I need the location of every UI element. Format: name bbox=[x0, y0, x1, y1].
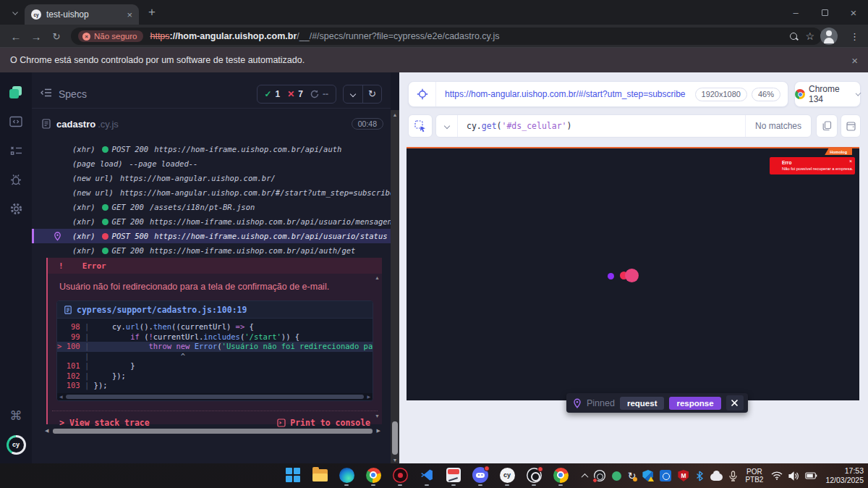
log-type: (xhr) bbox=[72, 246, 95, 255]
reporter-horizontal-scrollbar[interactable]: ◀▶ bbox=[45, 427, 380, 434]
vscode-taskbar-icon[interactable] bbox=[417, 466, 436, 484]
recording-dot-icon[interactable] bbox=[612, 471, 621, 481]
status-dot-icon bbox=[102, 204, 109, 211]
log-entry[interactable]: (page load)--page loaded-- bbox=[32, 156, 391, 171]
specs-title: Specs bbox=[59, 88, 87, 100]
explorer-taskbar-icon[interactable] bbox=[310, 466, 329, 484]
language-indicator[interactable]: PORPTB2 bbox=[745, 468, 763, 484]
code-horizontal-scrollbar[interactable]: ◀▶ bbox=[57, 393, 373, 400]
browser-select-dropdown[interactable]: Chrome 134 bbox=[794, 81, 861, 107]
profile-avatar[interactable] bbox=[820, 28, 838, 45]
window-maximize-button[interactable] bbox=[810, 0, 839, 25]
viewport-target-icon[interactable] bbox=[409, 82, 436, 106]
selector-method-dropdown[interactable] bbox=[436, 115, 458, 137]
code-editor-icon[interactable] bbox=[0, 107, 32, 136]
aut-viewport[interactable]: Homolog Erro Não foi possível recuperar … bbox=[407, 147, 859, 400]
obs-taskbar-icon[interactable] bbox=[524, 466, 543, 484]
cypress-logo-icon[interactable]: cy bbox=[0, 430, 32, 459]
browser-menu-icon[interactable]: ⋮ bbox=[850, 28, 859, 45]
unpin-button[interactable] bbox=[726, 395, 744, 411]
browser-tab[interactable]: cy test-uishop × bbox=[25, 4, 139, 25]
tab-close-icon[interactable]: × bbox=[127, 10, 132, 20]
specs-actions: ↻ bbox=[343, 85, 382, 104]
code-frame: cypress/support/cadastro.js:100:19 98 | … bbox=[56, 300, 373, 401]
chevron-down-icon bbox=[855, 90, 861, 96]
spec-file-row[interactable]: cadastro .cy.js 00:48 bbox=[42, 114, 383, 133]
copy-selector-button[interactable] bbox=[816, 114, 838, 138]
gamebar-taskbar-icon[interactable] bbox=[391, 466, 409, 484]
bluetooth-icon[interactable] bbox=[695, 471, 704, 481]
status-dot-icon bbox=[102, 219, 109, 225]
address-bar[interactable]: × Não seguro https://hom-angular.uishop.… bbox=[71, 28, 822, 45]
clock[interactable]: 17:5312/03/2025 bbox=[825, 466, 864, 485]
request-button[interactable]: request bbox=[620, 397, 665, 410]
cypress-taskbar-icon[interactable]: cy bbox=[498, 466, 516, 484]
log-text: /assets/i18n/pt-BR.json bbox=[150, 203, 255, 211]
collapse-all-button[interactable] bbox=[344, 85, 362, 103]
debug-icon[interactable] bbox=[0, 165, 32, 194]
start-taskbar-icon[interactable] bbox=[284, 466, 302, 484]
view-stack-trace-link[interactable]: > View stack trace bbox=[59, 418, 150, 428]
settings-icon[interactable] bbox=[0, 194, 32, 223]
selector-input[interactable]: cy.get('#ds_celular') bbox=[458, 121, 745, 131]
error-scroll-down-icon[interactable]: ▼ bbox=[375, 413, 380, 418]
log-entry[interactable]: (new url)https://hom-angular.uishop.com.… bbox=[32, 185, 391, 200]
new-tab-button[interactable]: + bbox=[148, 5, 156, 20]
selector-playground-button[interactable] bbox=[408, 114, 433, 138]
print-to-console-link[interactable]: Print to console bbox=[277, 418, 370, 428]
infobar-close-icon[interactable]: × bbox=[851, 54, 858, 67]
microphone-icon[interactable] bbox=[729, 471, 737, 481]
log-entry[interactable]: (xhr)GET 200https://hom-iframe.uishop.co… bbox=[32, 214, 391, 229]
log-entry[interactable]: (new url)https://hom-angular.uishop.com.… bbox=[32, 171, 391, 185]
log-type: (xhr) bbox=[72, 145, 95, 153]
rerun-tests-button[interactable]: ↻ bbox=[362, 85, 381, 103]
zoom-icon[interactable] bbox=[789, 32, 799, 41]
mcafee-icon[interactable]: M bbox=[678, 470, 689, 481]
viewport-size-badge[interactable]: 1920x1080 bbox=[695, 88, 747, 101]
obs-tray-icon[interactable] bbox=[594, 470, 605, 481]
onedrive-icon[interactable] bbox=[710, 471, 723, 481]
log-entry[interactable]: (xhr)GET 200/assets/i18n/pt-BR.json bbox=[32, 200, 391, 214]
specs-header: Specs ✓ 1 ✕ 7 -- ↻ bbox=[32, 80, 391, 109]
window-minimize-button[interactable]: – bbox=[781, 0, 810, 25]
update-icon[interactable]: ↻ bbox=[628, 471, 637, 481]
runs-icon[interactable] bbox=[0, 136, 32, 165]
keyboard-shortcuts-icon[interactable]: ⌘ bbox=[0, 401, 32, 430]
edge-taskbar-icon[interactable] bbox=[337, 466, 356, 484]
back-button[interactable]: ← bbox=[6, 25, 26, 48]
forward-button[interactable]: → bbox=[26, 25, 46, 48]
aut-url-bar[interactable]: https://hom-angular.uishop.com.br/#/star… bbox=[408, 81, 788, 107]
video-editor-taskbar-icon[interactable] bbox=[444, 466, 463, 484]
chrome-taskbar-icon[interactable] bbox=[364, 466, 383, 484]
log-entry[interactable]: (xhr)GET 200https://hom-iframe.uishop.co… bbox=[32, 243, 391, 258]
reload-button[interactable]: ↻ bbox=[46, 25, 67, 48]
scale-badge[interactable]: 46% bbox=[752, 88, 780, 101]
date: 12/03/2025 bbox=[825, 476, 864, 484]
reporter-vertical-scrollbar[interactable]: ▲ ▼ bbox=[391, 110, 399, 463]
log-entry[interactable]: (xhr)POST 500https://hom-iframe.uishop.c… bbox=[32, 229, 391, 243]
tray-caret-icon[interactable] bbox=[582, 474, 587, 479]
error-header[interactable]: ! Error bbox=[48, 258, 382, 274]
print-selector-button[interactable] bbox=[841, 114, 861, 138]
specs-icon[interactable] bbox=[0, 78, 32, 107]
window-close-button[interactable]: × bbox=[839, 0, 868, 25]
tab-search-icon[interactable] bbox=[7, 7, 23, 18]
security-shield-icon[interactable] bbox=[642, 470, 653, 481]
chrome-2-taskbar-icon[interactable] bbox=[551, 466, 570, 484]
response-button[interactable]: response bbox=[669, 397, 720, 410]
discord-taskbar-icon[interactable] bbox=[471, 466, 490, 484]
bookmark-star-icon[interactable]: ☆ bbox=[805, 30, 814, 42]
wifi-icon[interactable] bbox=[771, 471, 783, 480]
error-file-link[interactable]: cypress/support/cadastro.js:100:19 bbox=[57, 301, 373, 319]
error-scroll-up-icon[interactable]: ▲ bbox=[375, 275, 380, 280]
log-badge: POST 200 bbox=[112, 145, 149, 153]
log-entry[interactable]: (xhr)POST 200https://hom-iframe.uishop.c… bbox=[32, 142, 391, 156]
status-dot-icon bbox=[102, 146, 109, 153]
battery-icon[interactable] bbox=[805, 472, 817, 479]
intel-graphics-icon[interactable] bbox=[660, 470, 671, 481]
volume-icon[interactable] bbox=[788, 471, 799, 481]
collapse-sidebar-icon[interactable] bbox=[41, 88, 52, 101]
log-type: (page load) bbox=[72, 159, 123, 168]
security-badge[interactable]: × Não seguro bbox=[78, 30, 143, 42]
toast-close-icon[interactable]: × bbox=[849, 159, 852, 164]
